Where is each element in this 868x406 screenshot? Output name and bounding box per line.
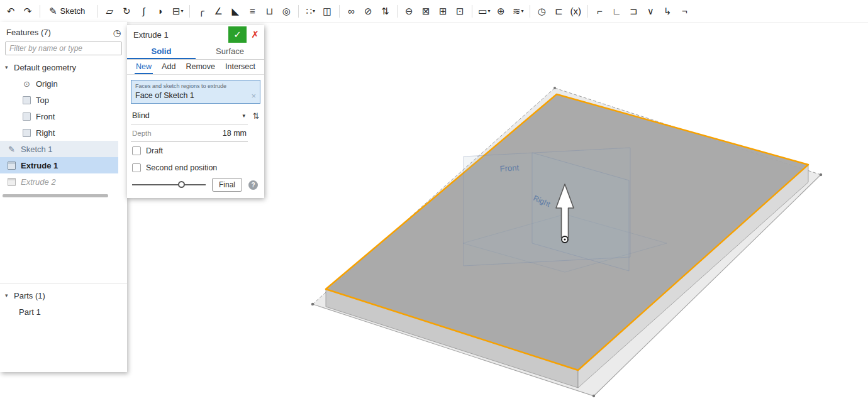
feature-origin[interactable]: Origin: [0, 75, 118, 92]
boolean-tool[interactable]: ∞: [343, 3, 360, 19]
faces-selection-box[interactable]: Faces and sketch regions to extrude Face…: [131, 80, 260, 104]
parts-section: ▾ Parts (1) Part 1: [0, 283, 127, 320]
cancel-button[interactable]: ✗: [247, 26, 264, 43]
corner-tool[interactable]: ¬: [676, 3, 693, 19]
clear-selection-icon[interactable]: ×: [251, 91, 256, 101]
hole-tool[interactable]: ◎: [278, 3, 295, 19]
feature-plane-right[interactable]: Right: [0, 124, 118, 141]
undo-button[interactable]: ↶: [3, 3, 19, 19]
tab-surface[interactable]: Surface: [196, 44, 264, 59]
extrude-icon: ▱: [106, 6, 114, 16]
slider-thumb[interactable]: [178, 181, 185, 188]
dialog-header: Extrude 1 ✓ ✗: [127, 25, 264, 44]
op-tab-add[interactable]: Add: [160, 60, 177, 74]
extrude-tool[interactable]: ▱: [101, 3, 118, 19]
rib-tool[interactable]: ≡: [244, 3, 261, 19]
op-tab-new[interactable]: New: [135, 60, 153, 74]
opposite-direction-icon[interactable]: ⇅: [248, 109, 264, 124]
preview-row: Final ?: [132, 178, 258, 192]
mirror-tool[interactable]: ◫: [319, 3, 336, 19]
feature-plane-top[interactable]: Top: [0, 92, 118, 108]
feature-plane-front[interactable]: Front: [0, 108, 118, 124]
replace-face-tool[interactable]: ⊡: [452, 3, 469, 19]
end-condition-row: Blind ▾ ⇅: [131, 107, 264, 124]
plane-tool[interactable]: ▭ ▾: [476, 3, 492, 19]
chamfer-tool[interactable]: ∠: [210, 3, 227, 19]
frame-tool[interactable]: ⌐: [591, 3, 608, 19]
main-toolbar: ↶ ↷ ✎ Sketch ▱: [0, 0, 868, 23]
help-icon[interactable]: ?: [248, 180, 258, 190]
op-tab-remove[interactable]: Remove: [184, 60, 216, 74]
variable-tool[interactable]: (x): [567, 3, 584, 19]
revolve-tool[interactable]: ↻: [118, 3, 135, 19]
second-end-label: Second end position: [146, 163, 217, 172]
end-condition-value: Blind: [131, 111, 242, 120]
second-end-checkbox[interactable]: [132, 163, 141, 172]
rollback-bar[interactable]: [3, 194, 108, 197]
depth-value-field[interactable]: 18 mm: [223, 129, 247, 138]
sketch-button[interactable]: ✎ Sketch: [43, 3, 94, 19]
draft-checkbox[interactable]: [132, 146, 141, 155]
part-items: Part 1: [0, 304, 127, 320]
split-tool[interactable]: ⊘: [360, 3, 377, 19]
redo-button[interactable]: ↷: [19, 3, 36, 19]
delete-face-tool[interactable]: ⊠: [418, 3, 435, 19]
commit-button[interactable]: ✓: [228, 26, 247, 43]
helix-tool[interactable]: ≋ ▾: [509, 3, 526, 19]
history-icon[interactable]: ◷: [113, 28, 121, 37]
feature-extrude-1[interactable]: Extrude 1: [0, 157, 118, 173]
sketch-vertex[interactable]: [820, 173, 822, 176]
extrude-icon: [8, 162, 16, 170]
op-tab-intersect[interactable]: Intersect: [224, 60, 257, 74]
flange-tool[interactable]: ∟: [608, 3, 625, 19]
draft-row: Draft: [132, 142, 259, 159]
sketch-icon: [8, 145, 16, 153]
dialog-title: Extrude 1: [133, 30, 228, 40]
loft-tool[interactable]: ◗: [152, 3, 169, 19]
sheet-metal-tool[interactable]: ⊏: [550, 3, 567, 19]
separator: [339, 5, 340, 18]
convert-tool[interactable]: ∨: [642, 3, 659, 19]
parts-header-row[interactable]: ▾ Parts (1): [0, 287, 118, 304]
fillet-tool[interactable]: ╭: [193, 3, 210, 19]
sketch-vertex[interactable]: [593, 395, 595, 397]
features-filter-input[interactable]: [5, 41, 122, 55]
feature-label: Front: [36, 112, 55, 121]
move-face-tool[interactable]: ⊞: [435, 3, 452, 19]
tab-tool[interactable]: ⊐: [625, 3, 642, 19]
front-plane-label[interactable]: Front: [499, 163, 520, 173]
sweep-tool[interactable]: ∫: [135, 3, 152, 19]
parts-label: Parts (1): [14, 291, 45, 300]
operation-tabs: New Add Remove Intersect: [127, 60, 264, 75]
thicken-tool[interactable]: ⊟ ▾: [169, 3, 186, 19]
extrude-dialog: Extrude 1 ✓ ✗ Solid Surface New Add: [127, 25, 264, 198]
final-button[interactable]: Final: [212, 178, 242, 192]
preview-slider[interactable]: [132, 180, 206, 189]
feature-sketch-1[interactable]: Sketch 1: [0, 141, 118, 157]
export-tool[interactable]: ↳: [659, 3, 676, 19]
sweep-icon: ∫: [142, 6, 145, 16]
mate-connector-tool[interactable]: ⊕: [492, 3, 509, 19]
draft-tool[interactable]: ◣: [227, 3, 244, 19]
linear-pattern-tool[interactable]: ∷ ▾: [302, 3, 319, 19]
shell-tool[interactable]: ⊔: [261, 3, 278, 19]
shell-icon: ⊔: [265, 6, 273, 16]
dropdown-caret-icon: ▾: [242, 112, 248, 119]
measure-icon: ◷: [538, 6, 546, 16]
part-1[interactable]: Part 1: [0, 304, 118, 320]
tab-solid[interactable]: Solid: [127, 44, 196, 59]
features-panel: Features (7) ◷ ▾ Default geometry Origin…: [0, 22, 127, 372]
sketch-vertex[interactable]: [554, 87, 556, 89]
separator: [298, 5, 299, 18]
feature-extrude-2[interactable]: Extrude 2: [0, 173, 118, 190]
chevron-down-icon[interactable]: ▾: [5, 64, 13, 70]
chevron-down-icon[interactable]: ▾: [5, 292, 13, 299]
measure-tool[interactable]: ◷: [533, 3, 550, 19]
offset-surface-tool[interactable]: ⊖: [401, 3, 418, 19]
end-condition-dropdown[interactable]: Blind ▾: [131, 107, 248, 124]
sketch-vertex[interactable]: [311, 303, 314, 305]
default-geometry-row[interactable]: ▾ Default geometry: [0, 59, 118, 75]
loft-icon: ◗: [158, 6, 164, 16]
rib-icon: ≡: [250, 6, 255, 16]
transform-tool[interactable]: ⇅: [377, 3, 394, 19]
